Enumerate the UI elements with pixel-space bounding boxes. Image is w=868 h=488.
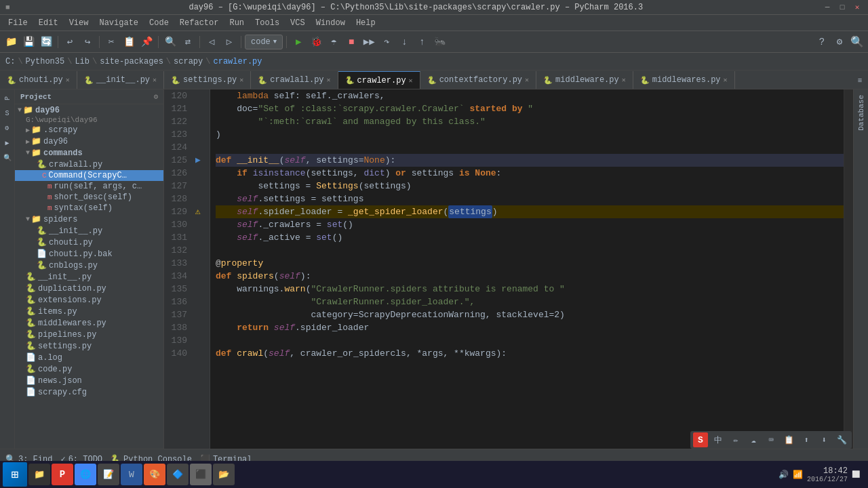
toolbar-step-into[interactable]: ↓	[396, 34, 412, 50]
toolbar-ant[interactable]: 🐜	[431, 34, 448, 50]
toolbar-copy[interactable]: 📋	[121, 34, 137, 50]
toolbar-cut[interactable]: ✂	[103, 34, 119, 50]
taskbar-word[interactable]: W	[121, 464, 142, 485]
left-icon-5[interactable]: 🔍	[1, 152, 14, 164]
menu-tools[interactable]: Tools	[250, 15, 285, 30]
menu-run[interactable]: Run	[224, 15, 250, 30]
menu-vcs[interactable]: VCS	[285, 15, 311, 30]
tray-sound[interactable]: 📶	[793, 470, 803, 480]
tab-chouti[interactable]: 🐍 chouti.py ✕	[0, 71, 77, 89]
left-icon-1[interactable]: P	[1, 92, 14, 104]
toolbar-undo[interactable]: ↩	[62, 34, 78, 50]
left-icon-4[interactable]: ▶	[1, 137, 14, 149]
tab-middlewares-close[interactable]: ✕	[724, 76, 728, 84]
project-bar-site-packages[interactable]: site-packages	[100, 57, 163, 66]
tree-init2[interactable]: 🐍 __init__.py	[15, 271, 163, 283]
toolbar-coverage[interactable]: ☂	[326, 34, 342, 50]
toolbar-run[interactable]: ▶	[290, 34, 307, 50]
scrapy-clipboard-icon[interactable]: 📋	[781, 432, 796, 447]
close-button[interactable]: ✕	[852, 2, 863, 13]
tree-day96-sub[interactable]: ▶ 📁 day96	[15, 136, 163, 147]
toolbar-find[interactable]: 🔍	[162, 34, 178, 50]
taskbar-icon-1[interactable]: 📁	[28, 464, 50, 485]
editor[interactable]: 120 121 122 123	[164, 89, 853, 449]
toolbar-redo[interactable]: ↪	[79, 34, 96, 50]
minimize-button[interactable]: ─	[822, 2, 833, 13]
toolbar-replace[interactable]: ⇄	[180, 34, 196, 50]
menu-code[interactable]: Code	[144, 15, 174, 30]
toolbar-paste[interactable]: 📌	[138, 34, 155, 50]
tree-cnblogs[interactable]: 🐍 cnblogs.py	[15, 260, 163, 271]
tab-init[interactable]: 🐍 __init__.py ✕	[77, 71, 164, 89]
tree-short-desc[interactable]: m short_desc(self)	[15, 192, 163, 203]
toolbar-project-view[interactable]: 📁	[3, 34, 19, 50]
tab-chouti-close[interactable]: ✕	[66, 76, 70, 84]
toolbar-back[interactable]: ◁	[203, 34, 220, 50]
tree-scrapycfg[interactable]: 📄 scrapy.cfg	[15, 386, 163, 398]
toolbar-debug[interactable]: 🐞	[308, 34, 324, 50]
tab-settings[interactable]: 🐍 settings.py ✕	[164, 71, 251, 89]
taskbar-icon-8[interactable]: 📂	[213, 464, 235, 485]
tree-newsjson[interactable]: 📄 news.json	[15, 375, 163, 386]
taskbar-notepad[interactable]: 📝	[98, 464, 119, 485]
scrapy-cloud-icon[interactable]: ☁	[746, 432, 761, 447]
tab-crawler-close[interactable]: ✕	[409, 77, 413, 85]
toolbar-resume[interactable]: ▶▶	[361, 34, 377, 50]
menu-help[interactable]: Help	[351, 15, 381, 30]
menu-file[interactable]: File	[3, 15, 33, 30]
scrapy-edit-icon[interactable]: ✏	[728, 432, 743, 447]
tab-crawlall-close[interactable]: ✕	[327, 76, 331, 84]
toolbar-step-over[interactable]: ↷	[378, 34, 395, 50]
code-area[interactable]: 120 121 122 123	[164, 89, 853, 449]
tree-spiders[interactable]: ▼ 📁 spiders	[15, 214, 163, 225]
tab-contextfactory-close[interactable]: ✕	[525, 76, 529, 84]
taskbar-icon-5[interactable]: 🎨	[144, 464, 165, 485]
menu-view[interactable]: View	[64, 15, 94, 30]
tree-commands[interactable]: ▼ 📁 commands	[15, 147, 163, 159]
toolbar-save[interactable]: 💾	[20, 34, 37, 50]
tree-alog[interactable]: 📄 a.log	[15, 352, 163, 363]
menu-navigate[interactable]: Navigate	[94, 15, 144, 30]
taskbar-pycharm[interactable]: P	[52, 464, 73, 485]
tray-show-desktop[interactable]: ⬜	[852, 470, 860, 479]
tree-pipelines[interactable]: 🐍 pipelines.py	[15, 329, 163, 340]
menu-refactor[interactable]: Refactor	[174, 15, 224, 30]
taskbar-icon-6[interactable]: 🔷	[167, 464, 189, 485]
project-bar-scrapy[interactable]: scrapy	[174, 57, 203, 66]
project-bar-python35[interactable]: Python35	[26, 57, 65, 66]
menu-edit[interactable]: Edit	[33, 15, 64, 30]
tree-init-py[interactable]: 🐍 __init__.py	[15, 225, 163, 237]
code-content[interactable]: lambda self: self._crawlers, doc="Set of…	[210, 89, 844, 449]
tree-duplication[interactable]: 🐍 duplication.py	[15, 283, 163, 294]
scrapy-kbd-icon[interactable]: ⌨	[764, 432, 778, 447]
tree-run-method[interactable]: m run(self, args, c…	[15, 181, 163, 192]
tree-items[interactable]: 🐍 items.py	[15, 306, 163, 317]
project-bar-crawler[interactable]: crawler.py	[213, 57, 262, 66]
tree-scrapy[interactable]: ▶ 📁 .scrapy	[15, 124, 163, 136]
toolbar-step-out[interactable]: ↑	[414, 34, 430, 50]
tab-list-button[interactable]: ≡	[852, 73, 868, 89]
project-bar-lib[interactable]: Lib	[75, 57, 90, 66]
code-minimap[interactable]	[844, 89, 853, 449]
tree-settings-file[interactable]: 🐍 settings.py	[15, 340, 163, 352]
tab-init-close[interactable]: ✕	[153, 76, 157, 84]
toolbar-sync[interactable]: 🔄	[38, 34, 54, 50]
left-icon-2[interactable]: S	[1, 107, 14, 119]
tree-middlewares-file[interactable]: 🐍 middlewares.py	[15, 317, 163, 329]
sidebar-gear[interactable]: ⚙	[153, 92, 158, 101]
tab-crawlall[interactable]: 🐍 crawlall.py ✕	[251, 71, 338, 89]
tray-network[interactable]: 🔊	[778, 470, 789, 480]
tree-crawlall[interactable]: 🐍 crawlall.py	[15, 159, 163, 170]
project-bar-c[interactable]: C:	[5, 57, 15, 66]
scrapy-s-icon[interactable]: S	[693, 432, 708, 447]
scrapy-down-icon[interactable]: ⬇	[816, 432, 831, 447]
taskbar-chrome[interactable]: 🌐	[75, 464, 96, 485]
tab-middlewares[interactable]: 🐍 middlewares.py ✕	[633, 71, 735, 89]
tab-crawler[interactable]: 🐍 crawler.py ✕	[338, 71, 420, 89]
tree-command-class[interactable]: C Command(ScrapyC…	[15, 170, 163, 181]
tab-settings-close[interactable]: ✕	[239, 76, 243, 84]
scrapy-settings-icon[interactable]: 🔧	[834, 432, 849, 447]
tab-middleware-close[interactable]: ✕	[622, 76, 626, 84]
toolbar-help[interactable]: ?	[814, 34, 830, 50]
database-label[interactable]: Database	[856, 92, 867, 134]
